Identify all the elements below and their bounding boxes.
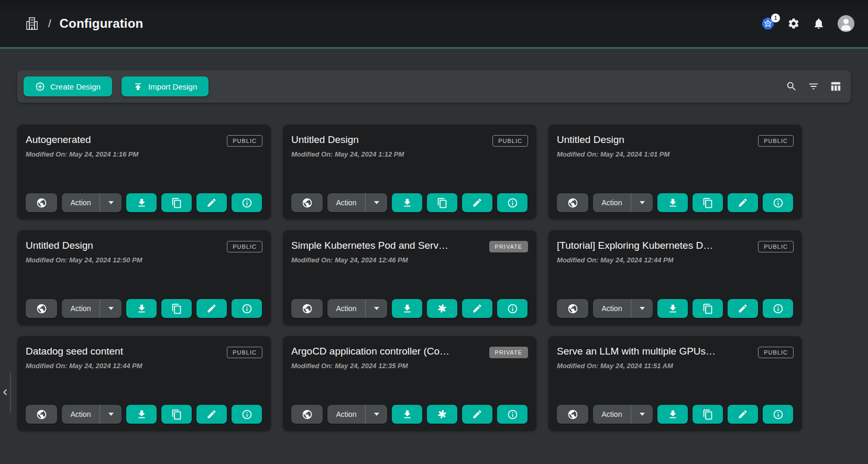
- action-dropdown-button[interactable]: [631, 193, 653, 212]
- download-button[interactable]: [126, 405, 157, 424]
- info-button[interactable]: [763, 299, 793, 318]
- action-dropdown-button[interactable]: [631, 405, 653, 424]
- action-dropdown-button[interactable]: [100, 299, 122, 318]
- download-icon: [402, 303, 413, 314]
- table-view-icon[interactable]: [830, 81, 841, 92]
- download-button[interactable]: [126, 299, 157, 318]
- download-icon: [136, 197, 147, 208]
- visibility-globe-button[interactable]: [557, 193, 588, 212]
- info-button[interactable]: [232, 405, 262, 424]
- action-dropdown-button[interactable]: [365, 299, 387, 318]
- action-button[interactable]: Action: [593, 193, 631, 212]
- action-dropdown-button[interactable]: [631, 299, 653, 318]
- action-button[interactable]: Action: [327, 299, 365, 318]
- upload-icon: [133, 82, 143, 92]
- action-button[interactable]: Action: [593, 405, 631, 424]
- design-modified-date: Modified On: May 24, 2024 12:35 PM: [291, 362, 449, 370]
- import-design-button[interactable]: Import Design: [122, 76, 208, 96]
- pencil-icon: [472, 197, 482, 208]
- action-dropdown-button[interactable]: [365, 405, 387, 424]
- clone-icon: [437, 197, 448, 208]
- info-button[interactable]: [763, 193, 793, 212]
- visibility-globe-button[interactable]: [26, 405, 57, 424]
- filter-icon[interactable]: [808, 81, 819, 92]
- visibility-badge: PRIVATE: [489, 347, 528, 358]
- action-split-button: Action: [327, 405, 387, 424]
- download-button[interactable]: [392, 405, 422, 424]
- globe-icon: [36, 303, 47, 314]
- context-count-badge: 1: [771, 14, 780, 23]
- download-button[interactable]: [126, 193, 157, 212]
- info-button[interactable]: [497, 299, 528, 318]
- action-button[interactable]: Action: [327, 193, 365, 212]
- pencil-icon: [206, 409, 217, 419]
- download-icon: [667, 197, 678, 208]
- edit-button[interactable]: [462, 299, 492, 318]
- search-icon[interactable]: [786, 81, 797, 92]
- visibility-globe-button[interactable]: [291, 193, 323, 212]
- kubernetes-context-button[interactable]: 1: [761, 17, 775, 30]
- info-button[interactable]: [232, 193, 262, 212]
- app-header: / Configuration 1: [0, 0, 868, 49]
- breadcrumb-separator: /: [48, 18, 51, 30]
- visibility-globe-button[interactable]: [291, 405, 323, 424]
- action-dropdown-button[interactable]: [365, 193, 387, 212]
- edit-button[interactable]: [728, 299, 758, 318]
- download-icon: [402, 197, 413, 208]
- info-icon: [773, 303, 784, 314]
- action-button[interactable]: Action: [62, 405, 100, 424]
- action-button[interactable]: Action: [327, 405, 365, 424]
- action-split-button: Action: [593, 299, 653, 318]
- design-card: ArgoCD application controller (Co… Modif…: [283, 336, 536, 431]
- download-button[interactable]: [392, 299, 422, 318]
- info-button[interactable]: [497, 405, 528, 424]
- download-button[interactable]: [657, 405, 688, 424]
- visibility-badge: PRIVATE: [489, 241, 528, 252]
- create-design-button[interactable]: Create Design: [24, 76, 112, 96]
- visibility-badge: PUBLIC: [758, 241, 794, 252]
- organization-building-icon[interactable]: [24, 16, 40, 31]
- action-dropdown-button[interactable]: [100, 405, 122, 424]
- action-dropdown-button[interactable]: [100, 193, 122, 212]
- settings-gear-icon[interactable]: [787, 17, 800, 30]
- download-button[interactable]: [392, 193, 422, 212]
- download-button[interactable]: [657, 193, 688, 212]
- info-icon: [241, 197, 252, 208]
- edit-button[interactable]: [462, 405, 492, 424]
- info-icon: [507, 409, 518, 420]
- kanvas-button[interactable]: [427, 405, 457, 424]
- info-button[interactable]: [497, 193, 528, 212]
- user-avatar[interactable]: [838, 15, 854, 32]
- clone-button[interactable]: [161, 193, 192, 212]
- visibility-badge: PUBLIC: [492, 135, 528, 147]
- info-button[interactable]: [763, 405, 793, 424]
- edit-button[interactable]: [728, 193, 758, 212]
- clone-button[interactable]: [161, 299, 192, 318]
- visibility-globe-button[interactable]: [26, 299, 57, 318]
- globe-icon: [567, 409, 578, 420]
- sidebar-expand-handle[interactable]: [0, 372, 11, 413]
- kanvas-button[interactable]: [427, 299, 457, 318]
- edit-button[interactable]: [196, 193, 227, 212]
- visibility-globe-button[interactable]: [557, 299, 588, 318]
- clone-button[interactable]: [693, 299, 723, 318]
- clone-button[interactable]: [161, 405, 192, 424]
- edit-button[interactable]: [196, 405, 227, 424]
- chevron-left-icon: [1, 388, 10, 397]
- visibility-globe-button[interactable]: [557, 405, 588, 424]
- visibility-globe-button[interactable]: [291, 299, 323, 318]
- edit-button[interactable]: [462, 193, 492, 212]
- edit-button[interactable]: [728, 405, 758, 424]
- edit-button[interactable]: [196, 299, 227, 318]
- clone-button[interactable]: [693, 405, 723, 424]
- download-button[interactable]: [657, 299, 688, 318]
- action-button[interactable]: Action: [62, 299, 100, 318]
- clone-button[interactable]: [427, 193, 457, 212]
- notifications-bell-icon[interactable]: [812, 17, 825, 30]
- info-button[interactable]: [232, 299, 262, 318]
- chevron-down-icon: [640, 201, 645, 204]
- action-button[interactable]: Action: [62, 193, 100, 212]
- clone-button[interactable]: [693, 193, 723, 212]
- visibility-globe-button[interactable]: [26, 193, 57, 212]
- action-button[interactable]: Action: [593, 299, 631, 318]
